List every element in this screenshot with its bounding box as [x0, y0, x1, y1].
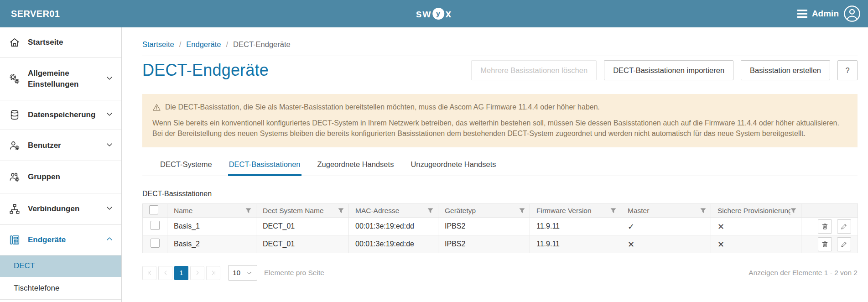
pager-first-button[interactable]	[142, 266, 156, 280]
delete-multiple-basestations-button[interactable]: Mehrere Basisstationen löschen	[471, 60, 597, 80]
sidebar-item-datenspeicherung[interactable]: Datenspeicherung	[0, 100, 121, 130]
sidebar-subitem-tischtelefone[interactable]: Tischtelefone	[0, 277, 121, 300]
help-button[interactable]: ?	[837, 60, 858, 80]
chevron-down-icon	[105, 73, 114, 84]
sidebar-item-label: Startseite	[28, 37, 114, 48]
user-avatar-icon[interactable]	[843, 5, 861, 22]
breadcrumb-separator: /	[179, 40, 182, 49]
provisioning-status-icon: ✕	[717, 222, 724, 231]
page-size-value: 10	[233, 269, 240, 277]
user-area: Admin	[797, 5, 861, 22]
column-header-mac-adresse: MAC-Adresse	[355, 207, 427, 215]
sidebar-item-benutzer[interactable]: Benutzer	[0, 130, 121, 161]
sidebar-subitem-label: Tischtelefone	[14, 284, 59, 293]
table-row: Basis_2 DECT_01 00:01:3e:19:ed:de IPBS2 …	[143, 235, 858, 253]
filter-funnel-icon[interactable]	[245, 208, 251, 213]
warning-line-2: Wenn Sie bereits ein konventionell konfi…	[152, 119, 847, 128]
pager: 1 10 Elemente pro Seite Anzeigen der Ele…	[142, 265, 858, 281]
tab-dect-basisstationen[interactable]: DECT-Basisstationen	[228, 160, 301, 176]
delete-row-button[interactable]	[818, 219, 832, 234]
master-status-icon: ✓	[628, 222, 634, 231]
create-basestation-button[interactable]: Basisstation erstellen	[741, 60, 830, 80]
warning-triangle-icon	[152, 103, 161, 112]
sidebar-subitem-label: DECT	[14, 261, 35, 271]
logo-y-circle: y	[432, 8, 444, 20]
page-title: DECT-Endgeräte	[142, 61, 471, 80]
main-content: Startseite / Endgeräte / DECT-Endgeräte …	[122, 27, 868, 302]
sidebar-subitem-dect[interactable]: DECT	[0, 255, 121, 277]
tab-zugeordnete-handsets[interactable]: Zugeordnete Handsets	[317, 160, 395, 176]
sidebar-item-startseite[interactable]: Startseite	[0, 27, 121, 58]
table-row: Basis_1 DECT_01 00:01:3e:19:ed:dd IPBS2 …	[143, 218, 858, 235]
page-size-dropdown[interactable]: 10	[228, 265, 257, 281]
sidebar-item-endgeraete[interactable]: Endgeräte	[0, 225, 121, 255]
column-header-firmware-version: Firmware Version	[536, 207, 610, 215]
sidebar-item-label: Allgemeine Einstellungen	[28, 68, 105, 90]
cell-geraetetyp: IPBS2	[438, 218, 530, 235]
pager-last-button[interactable]	[206, 266, 220, 280]
cell-mac-adresse: 00:01:3e:19:ed:de	[349, 235, 438, 253]
filter-funnel-icon[interactable]	[519, 208, 525, 213]
breadcrumb: Startseite / Endgeräte / DECT-Endgeräte	[142, 40, 858, 49]
pager-next-button[interactable]	[190, 266, 204, 280]
pager-page-1-button[interactable]: 1	[174, 266, 188, 280]
groups-gear-icon	[8, 171, 21, 183]
select-all-checkbox[interactable]	[149, 205, 158, 214]
cell-geraetetyp: IPBS2	[438, 235, 530, 253]
cell-firmware-version: 11.9.11	[530, 218, 621, 235]
filter-funnel-icon[interactable]	[790, 208, 796, 213]
filter-funnel-icon[interactable]	[338, 208, 344, 213]
chevron-up-icon	[105, 234, 114, 245]
user-gear-icon	[8, 140, 21, 151]
home-icon	[8, 36, 21, 48]
filter-funnel-icon[interactable]	[700, 208, 706, 213]
row-checkbox[interactable]	[151, 221, 160, 230]
column-header-geraetetyp: Gerätetyp	[445, 207, 519, 215]
provisioning-status-icon: ✕	[717, 240, 724, 249]
tab-dect-systeme[interactable]: DECT-Systeme	[159, 160, 213, 176]
warning-line-3: Bei der Bereitstellung des neuen Systems…	[152, 129, 847, 138]
edit-row-button[interactable]	[837, 237, 851, 251]
cell-firmware-version: 11.9.11	[530, 235, 621, 253]
edit-row-button[interactable]	[837, 219, 851, 234]
pager-prev-button[interactable]	[158, 266, 172, 280]
sidebar-item-allgemeine-einstellungen[interactable]: Allgemeine Einstellungen	[0, 58, 121, 100]
breadcrumb-link-endgeraete[interactable]: Endgeräte	[186, 40, 221, 49]
import-basestations-button[interactable]: DECT-Basisstationen importieren	[604, 60, 733, 80]
breadcrumb-link-startseite[interactable]: Startseite	[142, 40, 174, 49]
pencil-icon	[840, 240, 848, 248]
breadcrumb-separator: /	[226, 40, 228, 49]
sidebar-item-label: Verbindungen	[28, 203, 105, 214]
cell-name: Basis_2	[167, 235, 256, 253]
cell-dect-system-name: DECT_01	[256, 235, 349, 253]
items-per-page-label: Elemente pro Seite	[264, 269, 324, 277]
cell-mac-adresse: 00:01:3e:19:ed:dd	[349, 218, 438, 235]
warning-line-1: Die DECT-Basisstation, die Sie als Maste…	[165, 103, 600, 112]
column-header-name: Name	[174, 207, 245, 215]
sidebar-item-gruppen[interactable]: Gruppen	[0, 161, 121, 193]
pencil-icon	[840, 223, 848, 230]
breadcrumb-current: DECT-Endgeräte	[233, 40, 291, 49]
sidebar-item-verbindungen[interactable]: Verbindungen	[0, 193, 121, 225]
tab-strip: DECT-Systeme DECT-Basisstationen Zugeord…	[142, 160, 858, 176]
chevron-down-icon	[105, 140, 114, 151]
chevron-down-icon	[105, 203, 114, 214]
network-icon	[8, 203, 21, 215]
topbar: SERVER01 swyx Admin	[0, 0, 868, 27]
filter-funnel-icon[interactable]	[427, 208, 433, 213]
pager-range-label: Anzeigen der Elemente 1 - 2 von 2	[748, 269, 858, 277]
basestations-table: Name Dect System Name MAC-Adresse Geräte…	[142, 203, 858, 253]
column-header-master: Master	[628, 207, 700, 215]
hamburger-menu-icon[interactable]	[797, 10, 807, 18]
trash-icon	[821, 223, 829, 230]
delete-row-button[interactable]	[818, 237, 832, 251]
gears-icon	[8, 73, 21, 85]
user-name-label[interactable]: Admin	[812, 9, 839, 19]
desk-phone-icon	[8, 234, 21, 246]
row-checkbox[interactable]	[151, 239, 160, 248]
filter-funnel-icon[interactable]	[610, 208, 616, 213]
column-header-dect-system-name: Dect System Name	[263, 207, 338, 215]
master-status-icon: ✕	[628, 240, 634, 249]
sidebar-item-label: Benutzer	[28, 140, 105, 151]
tab-unzugeordnete-handsets[interactable]: Unzugeordnete Handsets	[410, 160, 497, 176]
